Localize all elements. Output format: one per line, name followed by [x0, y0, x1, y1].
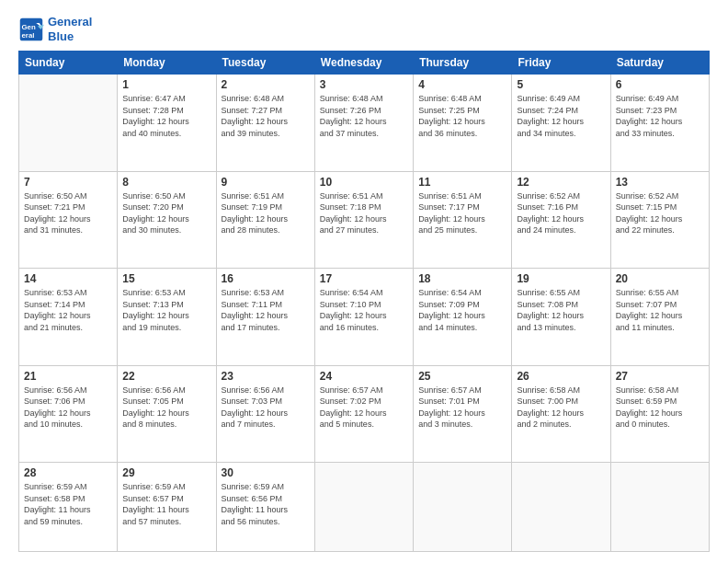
calendar-cell: 15Sunrise: 6:53 AM Sunset: 7:13 PM Dayli…: [118, 269, 216, 365]
calendar-cell: 24Sunrise: 6:57 AM Sunset: 7:02 PM Dayli…: [314, 365, 413, 462]
logo-text: GeneralBlue: [48, 15, 92, 43]
day-number: 22: [122, 370, 210, 383]
day-number: 1: [122, 78, 210, 91]
calendar-cell: [610, 463, 709, 552]
day-info: Sunrise: 6:58 AM Sunset: 6:59 PM Dayligh…: [616, 385, 704, 431]
calendar-cell: 16Sunrise: 6:53 AM Sunset: 7:11 PM Dayli…: [216, 269, 314, 365]
day-info: Sunrise: 6:59 AM Sunset: 6:58 PM Dayligh…: [24, 481, 112, 527]
calendar-cell: 7Sunrise: 6:50 AM Sunset: 7:21 PM Daylig…: [19, 171, 118, 268]
calendar-cell: 25Sunrise: 6:57 AM Sunset: 7:01 PM Dayli…: [414, 365, 512, 462]
calendar-week-row: 28Sunrise: 6:59 AM Sunset: 6:58 PM Dayli…: [19, 463, 710, 552]
calendar-table: SundayMondayTuesdayWednesdayThursdayFrid…: [18, 51, 710, 552]
day-info: Sunrise: 6:50 AM Sunset: 7:21 PM Dayligh…: [24, 190, 112, 236]
header: Gen eral GeneralBlue: [18, 15, 710, 43]
calendar-cell: 29Sunrise: 6:59 AM Sunset: 6:57 PM Dayli…: [118, 463, 216, 552]
calendar-week-row: 7Sunrise: 6:50 AM Sunset: 7:21 PM Daylig…: [19, 171, 710, 268]
day-info: Sunrise: 6:58 AM Sunset: 7:00 PM Dayligh…: [517, 385, 605, 431]
weekday-header: Saturday: [610, 52, 709, 75]
calendar-cell: 20Sunrise: 6:55 AM Sunset: 7:07 PM Dayli…: [610, 269, 709, 365]
day-info: Sunrise: 6:49 AM Sunset: 7:24 PM Dayligh…: [517, 93, 605, 139]
calendar-cell: 9Sunrise: 6:51 AM Sunset: 7:19 PM Daylig…: [216, 171, 314, 268]
logo-icon: Gen eral: [18, 17, 44, 42]
calendar-cell: 2Sunrise: 6:48 AM Sunset: 7:27 PM Daylig…: [216, 75, 314, 171]
day-info: Sunrise: 6:56 AM Sunset: 7:06 PM Dayligh…: [24, 385, 112, 431]
day-number: 18: [418, 272, 506, 285]
calendar-cell: 3Sunrise: 6:48 AM Sunset: 7:26 PM Daylig…: [314, 75, 413, 171]
day-number: 9: [222, 176, 310, 189]
calendar-cell: 6Sunrise: 6:49 AM Sunset: 7:23 PM Daylig…: [610, 75, 709, 171]
calendar-cell: [19, 75, 118, 171]
calendar-cell: 26Sunrise: 6:58 AM Sunset: 7:00 PM Dayli…: [512, 365, 610, 462]
day-number: 15: [122, 272, 210, 285]
day-info: Sunrise: 6:55 AM Sunset: 7:08 PM Dayligh…: [517, 287, 605, 333]
day-info: Sunrise: 6:51 AM Sunset: 7:18 PM Dayligh…: [320, 190, 408, 236]
day-number: 17: [320, 272, 408, 285]
day-info: Sunrise: 6:53 AM Sunset: 7:14 PM Dayligh…: [24, 287, 112, 333]
calendar-cell: 5Sunrise: 6:49 AM Sunset: 7:24 PM Daylig…: [512, 75, 610, 171]
weekday-header: Monday: [118, 52, 216, 75]
page: Gen eral GeneralBlue SundayMondayTuesday…: [0, 0, 728, 563]
day-info: Sunrise: 6:48 AM Sunset: 7:25 PM Dayligh…: [418, 93, 506, 139]
day-info: Sunrise: 6:53 AM Sunset: 7:13 PM Dayligh…: [122, 287, 210, 333]
day-info: Sunrise: 6:50 AM Sunset: 7:20 PM Dayligh…: [122, 190, 210, 236]
weekday-header: Friday: [512, 52, 610, 75]
calendar-cell: 12Sunrise: 6:52 AM Sunset: 7:16 PM Dayli…: [512, 171, 610, 268]
day-number: 10: [320, 176, 408, 189]
calendar-cell: 18Sunrise: 6:54 AM Sunset: 7:09 PM Dayli…: [414, 269, 512, 365]
calendar-cell: 4Sunrise: 6:48 AM Sunset: 7:25 PM Daylig…: [414, 75, 512, 171]
day-number: 23: [222, 370, 310, 383]
day-info: Sunrise: 6:56 AM Sunset: 7:05 PM Dayligh…: [122, 385, 210, 431]
day-number: 5: [517, 78, 605, 91]
day-info: Sunrise: 6:48 AM Sunset: 7:27 PM Dayligh…: [222, 93, 310, 139]
calendar-cell: 8Sunrise: 6:50 AM Sunset: 7:20 PM Daylig…: [118, 171, 216, 268]
calendar-cell: 27Sunrise: 6:58 AM Sunset: 6:59 PM Dayli…: [610, 365, 709, 462]
day-number: 20: [616, 272, 704, 285]
calendar-cell: [512, 463, 610, 552]
weekday-header: Tuesday: [216, 52, 314, 75]
calendar-week-row: 1Sunrise: 6:47 AM Sunset: 7:28 PM Daylig…: [19, 75, 710, 171]
day-number: 30: [222, 466, 310, 479]
day-info: Sunrise: 6:54 AM Sunset: 7:10 PM Dayligh…: [320, 287, 408, 333]
calendar-cell: [314, 463, 413, 552]
day-number: 7: [24, 176, 112, 189]
day-info: Sunrise: 6:59 AM Sunset: 6:57 PM Dayligh…: [122, 481, 210, 527]
day-number: 11: [418, 176, 506, 189]
calendar-cell: 19Sunrise: 6:55 AM Sunset: 7:08 PM Dayli…: [512, 269, 610, 365]
svg-text:Gen: Gen: [22, 23, 36, 31]
day-info: Sunrise: 6:52 AM Sunset: 7:15 PM Dayligh…: [616, 190, 704, 236]
day-info: Sunrise: 6:57 AM Sunset: 7:01 PM Dayligh…: [418, 385, 506, 431]
day-number: 14: [24, 272, 112, 285]
calendar-cell: 14Sunrise: 6:53 AM Sunset: 7:14 PM Dayli…: [19, 269, 118, 365]
calendar-cell: 28Sunrise: 6:59 AM Sunset: 6:58 PM Dayli…: [19, 463, 118, 552]
day-info: Sunrise: 6:47 AM Sunset: 7:28 PM Dayligh…: [122, 93, 210, 139]
day-number: 26: [517, 370, 605, 383]
day-number: 12: [517, 176, 605, 189]
day-info: Sunrise: 6:55 AM Sunset: 7:07 PM Dayligh…: [616, 287, 704, 333]
day-number: 27: [616, 370, 704, 383]
calendar-cell: 30Sunrise: 6:59 AM Sunset: 6:56 PM Dayli…: [216, 463, 314, 552]
day-info: Sunrise: 6:54 AM Sunset: 7:09 PM Dayligh…: [418, 287, 506, 333]
day-number: 4: [418, 78, 506, 91]
calendar-cell: 23Sunrise: 6:56 AM Sunset: 7:03 PM Dayli…: [216, 365, 314, 462]
day-number: 21: [24, 370, 112, 383]
weekday-header: Sunday: [19, 52, 118, 75]
calendar-week-row: 21Sunrise: 6:56 AM Sunset: 7:06 PM Dayli…: [19, 365, 710, 462]
calendar-header-row: SundayMondayTuesdayWednesdayThursdayFrid…: [19, 52, 710, 75]
logo: Gen eral GeneralBlue: [18, 15, 92, 43]
svg-text:eral: eral: [22, 30, 35, 39]
day-number: 13: [616, 176, 704, 189]
weekday-header: Thursday: [414, 52, 512, 75]
day-number: 19: [517, 272, 605, 285]
calendar-cell: 21Sunrise: 6:56 AM Sunset: 7:06 PM Dayli…: [19, 365, 118, 462]
calendar-cell: [414, 463, 512, 552]
day-number: 2: [222, 78, 310, 91]
day-number: 6: [616, 78, 704, 91]
day-info: Sunrise: 6:52 AM Sunset: 7:16 PM Dayligh…: [517, 190, 605, 236]
calendar-cell: 13Sunrise: 6:52 AM Sunset: 7:15 PM Dayli…: [610, 171, 709, 268]
day-number: 24: [320, 370, 408, 383]
day-info: Sunrise: 6:49 AM Sunset: 7:23 PM Dayligh…: [616, 93, 704, 139]
calendar-cell: 22Sunrise: 6:56 AM Sunset: 7:05 PM Dayli…: [118, 365, 216, 462]
calendar-cell: 11Sunrise: 6:51 AM Sunset: 7:17 PM Dayli…: [414, 171, 512, 268]
day-number: 29: [122, 466, 210, 479]
day-info: Sunrise: 6:57 AM Sunset: 7:02 PM Dayligh…: [320, 385, 408, 431]
